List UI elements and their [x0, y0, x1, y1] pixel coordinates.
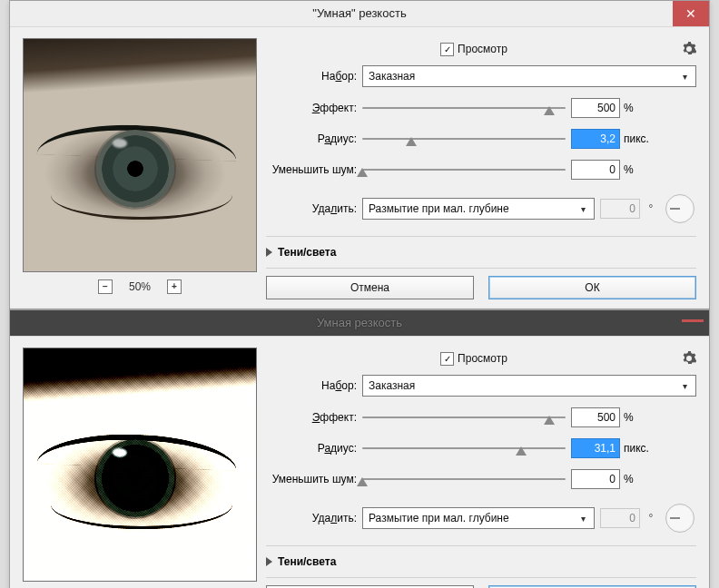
smart-sharpen-dialog: "Умная" резкость ✕ − 50% + — [9, 0, 710, 309]
degree-unit: ° — [642, 202, 660, 215]
disclosure-triangle-icon — [266, 557, 272, 566]
titlebar: Умная резкость — [10, 310, 709, 337]
radius-unit: пикс. — [624, 442, 660, 455]
amount-label: Эффект: — [266, 411, 357, 424]
chevron-down-icon: ▾ — [576, 204, 590, 214]
noise-input[interactable]: 0 — [571, 469, 620, 489]
preview-checkbox-label: Просмотр — [458, 352, 507, 365]
svg-point-1 — [687, 357, 691, 360]
radius-slider[interactable] — [362, 440, 566, 456]
zoom-level: 50% — [129, 280, 151, 293]
radius-slider[interactable] — [362, 131, 566, 147]
preview-checkbox-label: Просмотр — [458, 43, 507, 55]
left-button[interactable]: Отмена — [266, 276, 474, 299]
noise-unit: % — [624, 163, 660, 176]
preview-checkbox[interactable]: ✓ Просмотр — [440, 43, 507, 56]
noise-unit: % — [624, 473, 660, 485]
remove-value: Размытие при мал. глубине — [369, 202, 509, 215]
divider — [266, 236, 696, 237]
remove-select[interactable]: Размытие при мал. глубине ▾ — [362, 198, 595, 220]
preview-image[interactable] — [23, 348, 257, 582]
degree-unit: ° — [642, 512, 660, 524]
divider — [266, 268, 696, 269]
section-title: Тени/света — [278, 555, 336, 568]
zoom-bar: − 50% + — [98, 279, 182, 294]
remove-label: Удалить: — [266, 202, 357, 215]
remove-value: Размытие при мал. глубине — [369, 512, 509, 524]
gear-icon[interactable] — [682, 42, 696, 56]
noise-slider[interactable] — [362, 471, 566, 487]
radius-input[interactable]: 3,2 — [571, 129, 620, 149]
angle-dial[interactable] — [665, 504, 694, 533]
noise-input[interactable]: 0 — [571, 160, 620, 180]
preset-label: Набор: — [266, 379, 357, 392]
amount-unit: % — [624, 102, 660, 114]
amount-input[interactable]: 500 — [571, 98, 620, 118]
preset-value: Заказная — [369, 379, 415, 392]
remove-label: Удалить: — [266, 512, 357, 524]
chevron-down-icon: ▾ — [677, 381, 692, 391]
zoom-in-button[interactable]: + — [167, 279, 182, 294]
smart-sharpen-dialog: Умная резкость − 50% + — [9, 309, 710, 588]
preset-select[interactable]: Заказная ▾ — [362, 375, 696, 397]
preview-image[interactable] — [23, 38, 257, 272]
checkbox-icon: ✓ — [440, 43, 454, 56]
noise-label: Уменьшить шум: — [266, 473, 357, 485]
shadows-highlights-header[interactable]: Тени/света — [266, 246, 696, 259]
checkbox-icon: ✓ — [440, 352, 454, 366]
amount-unit: % — [624, 411, 660, 424]
noise-label: Уменьшить шум: — [266, 163, 357, 176]
amount-slider[interactable] — [362, 409, 566, 426]
radius-unit: пикс. — [624, 132, 660, 145]
titlebar: "Умная" резкость ✕ — [10, 1, 709, 27]
preset-label: Набор: — [266, 70, 357, 83]
noise-slider[interactable] — [362, 162, 566, 178]
ok-button[interactable]: ОК — [488, 276, 696, 299]
divider — [266, 577, 696, 578]
zoom-out-button[interactable]: − — [98, 279, 113, 294]
radius-input[interactable]: 31,1 — [571, 438, 620, 458]
shadows-highlights-header[interactable]: Тени/света — [266, 555, 696, 568]
divider — [266, 545, 696, 546]
close-icon[interactable] — [682, 314, 704, 322]
angle-dial[interactable] — [665, 194, 694, 223]
title: "Умная" резкость — [312, 6, 406, 20]
svg-point-0 — [687, 47, 691, 51]
radius-label: Радиус: — [266, 132, 357, 145]
radius-label: Радиус: — [266, 442, 357, 455]
section-title: Тени/света — [278, 246, 336, 259]
title: Умная резкость — [317, 316, 402, 329]
disclosure-triangle-icon — [266, 248, 272, 257]
close-button[interactable]: ✕ — [673, 1, 709, 26]
amount-slider[interactable] — [362, 100, 566, 116]
preset-select[interactable]: Заказная ▾ — [362, 65, 696, 87]
angle-input[interactable]: 0 — [600, 199, 640, 219]
preview-checkbox[interactable]: ✓ Просмотр — [440, 352, 507, 366]
chevron-down-icon: ▾ — [677, 72, 692, 82]
gear-icon[interactable] — [682, 351, 696, 366]
remove-select[interactable]: Размытие при мал. глубине ▾ — [362, 507, 595, 529]
preset-value: Заказная — [369, 70, 415, 83]
amount-label: Эффект: — [266, 102, 357, 114]
chevron-down-icon: ▾ — [576, 514, 590, 524]
amount-input[interactable]: 500 — [571, 407, 620, 427]
angle-input[interactable]: 0 — [600, 508, 640, 528]
